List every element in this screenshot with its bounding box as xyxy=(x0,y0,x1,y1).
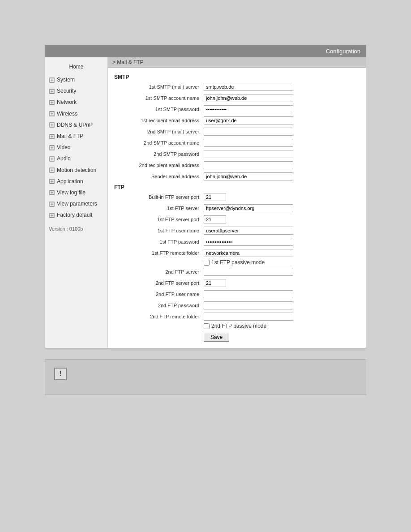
sidebar-item-system[interactable]: System xyxy=(45,74,107,86)
ftp2-passive-checkbox[interactable] xyxy=(204,323,210,329)
smtp1-account-input[interactable] xyxy=(204,94,293,102)
smtp2-recipient-input[interactable] xyxy=(204,161,293,169)
smtp2-password-label: 2nd SMTP password xyxy=(114,151,204,157)
sidebar-label-security: Security xyxy=(57,87,76,95)
ftp1-password-label: 1st FTP password xyxy=(114,239,204,245)
config-header: Configuration xyxy=(45,45,366,57)
sidebar-item-motion[interactable]: Motion detection xyxy=(45,165,107,176)
ftp2-user-label: 2nd FTP user name xyxy=(114,292,204,297)
sidebar-item-logfile[interactable]: View log file xyxy=(45,187,107,198)
sidebar-label-ddns: DDNS & UPnP xyxy=(57,121,93,129)
expand-icon xyxy=(49,167,55,173)
sidebar-label-logfile: View log file xyxy=(57,189,86,197)
sidebar-item-network[interactable]: Network xyxy=(45,97,107,108)
ftp2-server-input[interactable] xyxy=(204,268,293,276)
form-area: SMTP 1st SMTP (mail) server 1st SMTP acc… xyxy=(108,68,366,348)
sidebar-item-audio[interactable]: Audio xyxy=(45,153,107,164)
sidebar-item-home[interactable]: Home xyxy=(45,61,107,74)
sidebar-item-ddns[interactable]: DDNS & UPnP xyxy=(45,120,107,131)
expand-icon xyxy=(49,212,55,219)
sidebar-label-wireless: Wireless xyxy=(57,110,77,118)
ftp2-user-row: 2nd FTP user name xyxy=(114,289,360,299)
sidebar-item-factory[interactable]: Factory default xyxy=(45,210,107,221)
sidebar-item-video[interactable]: Video xyxy=(45,142,107,153)
smtp2-account-input[interactable] xyxy=(204,139,293,147)
breadcrumb: > Mail & FTP xyxy=(108,57,366,68)
ftp-builtin-port-input[interactable] xyxy=(204,193,226,201)
ftp2-port-label: 2nd FTP server port xyxy=(114,280,204,286)
expand-icon xyxy=(49,99,55,106)
ftp1-password-row: 1st FTP password xyxy=(114,237,360,247)
ftp1-password-input[interactable] xyxy=(204,238,293,246)
smtp1-recipient-row: 1st recipient email address xyxy=(114,116,360,125)
ftp2-password-label: 2nd FTP password xyxy=(114,303,204,308)
ftp1-folder-label: 1st FTP remote folder xyxy=(114,250,204,256)
sidebar-item-mailftp[interactable]: Mail & FTP xyxy=(45,131,107,142)
ftp-section-title: FTP xyxy=(114,184,360,190)
smtp1-password-row: 1st SMTP password xyxy=(114,104,360,114)
sidebar-label-mailftp: Mail & FTP xyxy=(57,132,83,141)
sidebar-item-security[interactable]: Security xyxy=(45,86,107,97)
ftp1-passive-checkbox[interactable] xyxy=(204,260,210,266)
ftp-builtin-port-row: Built-in FTP server port xyxy=(114,192,360,202)
save-row: Save xyxy=(204,333,360,342)
ftp2-user-input[interactable] xyxy=(204,290,293,298)
sidebar-item-wireless[interactable]: Wireless xyxy=(45,108,107,120)
sidebar-label-application: Application xyxy=(57,177,83,186)
warning-box: ! xyxy=(45,359,366,395)
ftp2-port-input[interactable] xyxy=(204,279,226,287)
sidebar: Home System Security xyxy=(45,57,108,348)
ftp1-folder-row: 1st FTP remote folder xyxy=(114,248,360,258)
smtp-sender-label: Sender email address xyxy=(114,174,204,179)
sidebar-label-system: System xyxy=(57,76,75,84)
sidebar-label-video: Video xyxy=(57,143,70,152)
ftp2-server-label: 2nd FTP server xyxy=(114,269,204,275)
expand-icon xyxy=(49,77,55,83)
save-button[interactable]: Save xyxy=(204,333,229,342)
expand-icon xyxy=(49,88,55,94)
sidebar-label-parameters: View parameters xyxy=(57,200,97,208)
ftp1-server-input[interactable] xyxy=(204,204,293,212)
ftp1-passive-label: 1st FTP passive mode xyxy=(211,259,265,266)
smtp2-server-label: 2nd SMTP (mail) server xyxy=(114,129,204,134)
smtp1-account-row: 1st SMTP account name xyxy=(114,93,360,103)
sidebar-label-motion: Motion detection xyxy=(57,166,96,175)
ftp1-passive-row: 1st FTP passive mode xyxy=(204,259,360,266)
ftp-builtin-port-label: Built-in FTP server port xyxy=(114,194,204,200)
ftp1-folder-input[interactable] xyxy=(204,249,293,257)
smtp2-password-input[interactable] xyxy=(204,150,293,158)
ftp1-server-label: 1st FTP server xyxy=(114,206,204,211)
smtp1-server-input[interactable] xyxy=(204,83,293,91)
ftp1-server-row: 1st FTP server xyxy=(114,203,360,213)
ftp2-folder-label: 2nd FTP remote folder xyxy=(114,314,204,319)
ftp1-port-input[interactable] xyxy=(204,215,226,223)
main-content: > Mail & FTP SMTP 1st SMTP (mail) server… xyxy=(108,57,366,348)
expand-icon xyxy=(49,122,55,128)
smtp1-recipient-label: 1st recipient email address xyxy=(114,118,204,123)
smtp2-account-label: 2nd SMTP account name xyxy=(114,140,204,146)
expand-icon xyxy=(49,156,55,162)
ftp2-password-input[interactable] xyxy=(204,301,293,309)
ftp1-user-row: 1st FTP user name xyxy=(114,226,360,236)
smtp2-server-input[interactable] xyxy=(204,128,293,136)
smtp1-server-label: 1st SMTP (mail) server xyxy=(114,84,204,90)
expand-icon xyxy=(49,189,55,196)
config-title: Configuration xyxy=(326,48,360,55)
sidebar-item-application[interactable]: Application xyxy=(45,176,107,187)
ftp2-folder-input[interactable] xyxy=(204,313,293,321)
sidebar-label-factory: Factory default xyxy=(57,211,92,219)
expand-icon xyxy=(49,145,55,151)
expand-icon xyxy=(49,178,55,184)
smtp1-password-label: 1st SMTP password xyxy=(114,107,204,112)
smtp1-server-row: 1st SMTP (mail) server xyxy=(114,82,360,92)
warning-icon: ! xyxy=(54,368,67,380)
smtp1-recipient-input[interactable] xyxy=(204,116,293,124)
smtp2-password-row: 2nd SMTP password xyxy=(114,149,360,159)
ftp2-port-row: 2nd FTP server port xyxy=(114,278,360,288)
sidebar-label-network: Network xyxy=(57,98,77,107)
smtp1-password-input[interactable] xyxy=(204,105,293,113)
ftp1-user-input[interactable] xyxy=(204,227,293,235)
smtp-sender-input[interactable] xyxy=(204,172,293,180)
sidebar-item-parameters[interactable]: View parameters xyxy=(45,198,107,210)
smtp2-account-row: 2nd SMTP account name xyxy=(114,138,360,148)
